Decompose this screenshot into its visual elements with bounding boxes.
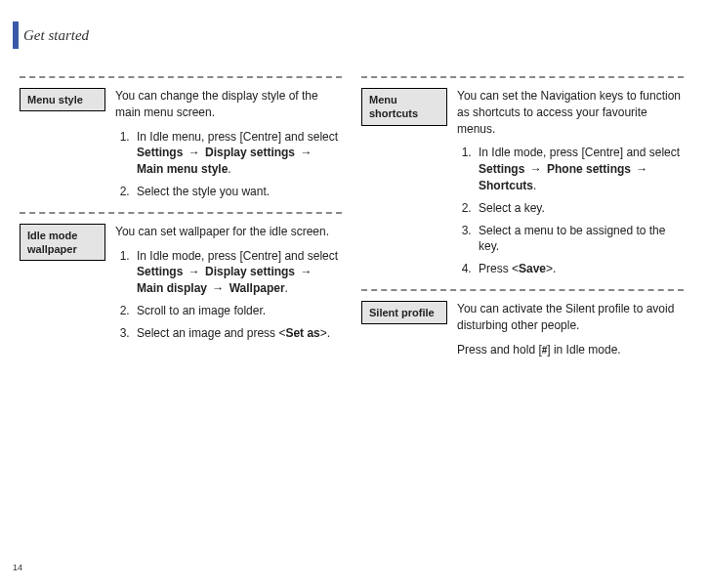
section-body: You can change the display style of the … [115, 88, 342, 206]
step-item: In Idle menu, press [Centre] and select … [133, 129, 342, 178]
section-body: You can set the Navigation keys to funct… [457, 88, 684, 283]
bold-text: Set as [285, 326, 319, 340]
step-item: Select a key. [475, 200, 684, 217]
section-extra: Press and hold [#] in Idle mode. [457, 342, 684, 358]
content-columns: Menu styleYou can change the display sty… [20, 76, 703, 371]
accent-bar [13, 21, 19, 49]
arrow-icon: → [295, 265, 313, 278]
step-list: In Idle mode, press [Centre] and select … [115, 248, 342, 342]
section-label: Menu style [20, 88, 105, 111]
path-segment: Main display [137, 281, 207, 295]
section: Menu styleYou can change the display sty… [20, 76, 342, 212]
arrow-icon: → [631, 162, 649, 176]
section: Silent profileYou can activate the Silen… [361, 289, 684, 371]
hash-icon: # [542, 344, 548, 357]
step-item: Scroll to an image folder. [133, 303, 342, 319]
section-label: Idle mode wallpaper [20, 224, 105, 262]
arrow-icon: → [183, 265, 205, 278]
path-segment: Phone settings [547, 162, 631, 176]
section-intro: You can activate the Silent profile to a… [457, 301, 684, 334]
right-column: Menu shortcutsYou can set the Navigation… [361, 76, 684, 371]
section-label: Silent profile [361, 301, 447, 324]
left-column: Menu styleYou can change the display sty… [20, 76, 342, 371]
path-segment: Shortcuts [479, 179, 533, 192]
step-item: Select an image and press <Set as>. [133, 325, 342, 342]
section-body: You can activate the Silent profile to a… [457, 301, 684, 365]
step-item: In Idle mode, press [Centre] and select … [475, 145, 684, 193]
path-segment: Main menu style [137, 162, 228, 176]
section-body: You can set wallpaper for the idle scree… [115, 224, 342, 348]
step-item: In Idle mode, press [Centre] and select … [133, 248, 342, 297]
step-list: In Idle menu, press [Centre] and select … [115, 129, 342, 200]
path-segment: Settings [137, 146, 183, 159]
step-item: Press <Save>. [475, 261, 684, 277]
step-item: Select the style you want. [133, 184, 342, 200]
page-title: Get started [23, 27, 89, 44]
arrow-icon: → [295, 146, 313, 159]
section-label: Menu shortcuts [361, 88, 447, 126]
path-segment: Display settings [205, 146, 295, 159]
path-segment: Settings [137, 265, 183, 278]
section-intro: You can set the Navigation keys to funct… [457, 88, 684, 137]
section-intro: You can change the display style of the … [115, 88, 342, 121]
page-number: 14 [13, 563, 22, 572]
arrow-icon: → [524, 162, 547, 176]
path-segment: Wallpaper [229, 281, 285, 295]
arrow-icon: → [207, 281, 229, 295]
step-list: In Idle mode, press [Centre] and select … [457, 145, 684, 277]
bold-text: Save [519, 262, 546, 275]
section: Menu shortcutsYou can set the Navigation… [361, 76, 684, 289]
section: Idle mode wallpaperYou can set wallpaper… [20, 212, 342, 354]
path-segment: Settings [479, 162, 524, 176]
step-item: Select a menu to be assigned to the key. [475, 223, 684, 256]
section-intro: You can set wallpaper for the idle scree… [115, 224, 342, 240]
arrow-icon: → [183, 146, 205, 159]
path-segment: Display settings [205, 265, 295, 278]
